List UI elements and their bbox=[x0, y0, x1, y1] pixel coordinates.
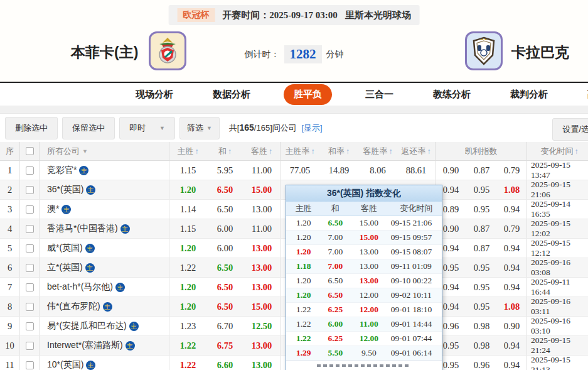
nav-tab[interactable]: 胜平负 bbox=[284, 84, 332, 105]
away-odds[interactable]: 15.00 bbox=[243, 180, 281, 199]
company-name[interactable]: 36*(英国) bbox=[47, 184, 83, 195]
draw-odds[interactable]: 6.75 bbox=[206, 336, 243, 355]
company-name[interactable]: 香港马*(中国香港) bbox=[47, 223, 118, 234]
away-odds[interactable]: 13.00 bbox=[243, 356, 281, 370]
company-name[interactable]: 伟*(直布罗陀) bbox=[47, 301, 100, 312]
popup-change-time: 09-01 14:44 bbox=[388, 319, 442, 329]
header-away-odds[interactable]: 客胜↑ bbox=[243, 142, 281, 160]
home-odds[interactable]: 1.20 bbox=[169, 180, 206, 199]
row-checkbox[interactable] bbox=[26, 186, 34, 194]
draw-odds[interactable]: 6.00 bbox=[206, 219, 243, 238]
nav-tab[interactable]: 裁判分析 bbox=[504, 85, 554, 104]
home-odds[interactable]: 1.14 bbox=[169, 200, 206, 219]
popup-home-odds: 1.22 bbox=[286, 305, 321, 315]
home-odds[interactable]: 1.15 bbox=[169, 219, 206, 238]
row-checkbox[interactable] bbox=[26, 322, 34, 330]
header-home-odds[interactable]: 主胜↑ bbox=[169, 142, 206, 160]
sort-asc-icon: ↑ bbox=[346, 147, 350, 156]
kelly-draw: 0.98 bbox=[466, 317, 497, 335]
row-checkbox[interactable] bbox=[26, 205, 34, 214]
company-name[interactable]: 澳* bbox=[47, 204, 59, 215]
popup-clipped-footer bbox=[286, 361, 442, 370]
company-name[interactable]: 立*(英国) bbox=[47, 262, 83, 273]
home-odds[interactable]: 1.20 bbox=[169, 239, 206, 258]
header-seq[interactable]: 序 bbox=[0, 142, 20, 160]
away-odds[interactable]: 12.50 bbox=[243, 317, 281, 335]
draw-odds[interactable]: 6.60 bbox=[206, 356, 243, 370]
company-name[interactable]: 威*(英国) bbox=[47, 242, 83, 254]
away-odds[interactable]: 13.00 bbox=[243, 336, 281, 355]
benfica-crest-icon bbox=[154, 36, 181, 65]
row-checkbox[interactable] bbox=[26, 303, 34, 311]
draw-odds[interactable]: 6.50 bbox=[206, 297, 243, 316]
row-checkbox[interactable] bbox=[26, 283, 34, 291]
popup-header-time: 变化时间 bbox=[388, 203, 442, 214]
home-odds[interactable]: 1.22 bbox=[169, 336, 206, 355]
away-odds[interactable]: 13.00 bbox=[243, 278, 281, 297]
select-all-checkbox[interactable] bbox=[26, 147, 34, 155]
table-row: 1 竞彩官* 主 1.15 5.95 11.00 77.05 14.89 8.0… bbox=[0, 161, 588, 180]
company-name[interactable]: Interwet*(塞浦路斯) bbox=[47, 340, 123, 351]
popup-row: 1.20 7.00 13.00 09-15 08:07 bbox=[286, 245, 442, 259]
row-checkbox-cell bbox=[20, 180, 40, 199]
draw-odds[interactable]: 6.00 bbox=[206, 239, 243, 258]
filter-dropdown[interactable]: 筛选 ▼ bbox=[179, 117, 220, 139]
row-checkbox[interactable] bbox=[26, 264, 34, 272]
draw-odds[interactable]: 6.50 bbox=[206, 200, 243, 219]
row-checkbox[interactable] bbox=[26, 342, 34, 350]
main-odds-badge-icon: 主 bbox=[85, 263, 95, 273]
time-filter-dropdown[interactable]: 即时 ▼ bbox=[119, 117, 175, 139]
away-odds[interactable]: 15.00 bbox=[243, 297, 281, 316]
popup-row: 1.20 6.50 12.00 09-02 10:11 bbox=[286, 288, 442, 303]
row-checkbox[interactable] bbox=[26, 361, 34, 369]
header-draw-rate[interactable]: 和率↑ bbox=[319, 142, 358, 160]
draw-odds[interactable]: 6.70 bbox=[206, 317, 243, 335]
home-odds[interactable]: 1.22 bbox=[169, 356, 206, 370]
home-odds[interactable]: 1.22 bbox=[169, 258, 206, 277]
draw-odds[interactable]: 5.95 bbox=[206, 161, 243, 180]
away-odds[interactable]: 11.00 bbox=[243, 161, 281, 180]
away-odds[interactable]: 13.00 bbox=[243, 200, 281, 219]
sort-asc-icon: ↑ bbox=[575, 147, 579, 156]
header-draw-odds[interactable]: 和↑ bbox=[206, 142, 243, 160]
draw-odds[interactable]: 6.50 bbox=[206, 180, 243, 199]
header-away-rate[interactable]: 客胜率↑ bbox=[358, 142, 397, 160]
keep-selected-button[interactable]: 保留选中 bbox=[62, 117, 115, 139]
popup-draw-odds: 6.50 bbox=[321, 290, 350, 300]
header-company[interactable]: 所有公司 ▼ bbox=[40, 142, 169, 160]
kelly-draw: 0.87 bbox=[466, 239, 497, 258]
main-odds-badge-icon: 主 bbox=[61, 205, 71, 214]
nav-tab[interactable]: 现场分析 bbox=[129, 85, 179, 104]
nav-tab[interactable]: 教练分析 bbox=[427, 85, 477, 104]
home-odds[interactable]: 1.23 bbox=[169, 317, 206, 335]
show-link[interactable]: [显示] bbox=[301, 123, 322, 133]
company-name[interactable]: 易*(安提瓜和巴布达) bbox=[47, 320, 127, 332]
company-name[interactable]: 10*(英国) bbox=[47, 359, 83, 370]
header-change-time[interactable]: 变化时间↑ bbox=[527, 142, 588, 160]
draw-odds[interactable]: 6.50 bbox=[206, 278, 243, 297]
row-checkbox[interactable] bbox=[26, 166, 34, 175]
header-return-rate[interactable]: 返还率↑ bbox=[397, 142, 436, 160]
draw-odds[interactable]: 6.50 bbox=[206, 258, 243, 277]
chevron-down-icon: ▼ bbox=[159, 125, 165, 131]
popup-home-odds: 1.20 bbox=[286, 218, 321, 228]
home-odds[interactable]: 1.20 bbox=[169, 297, 206, 316]
nav-tab[interactable]: 数据分析 bbox=[206, 85, 257, 104]
nav-tab[interactable]: 高手推荐 bbox=[581, 85, 588, 104]
popup-home-odds: 1.22 bbox=[286, 319, 321, 329]
company-name[interactable]: 竞彩官* bbox=[47, 165, 77, 176]
company-name[interactable]: bet-at-h*(马尔他) bbox=[47, 281, 113, 293]
settings-button[interactable]: 设置/选 bbox=[552, 118, 588, 141]
header-home-rate[interactable]: 主胜率↑ bbox=[281, 142, 319, 160]
away-odds[interactable]: 13.00 bbox=[243, 258, 281, 277]
home-odds[interactable]: 1.20 bbox=[169, 278, 206, 297]
row-checkbox[interactable] bbox=[26, 225, 34, 233]
popup-draw-odds: 7.00 bbox=[321, 261, 350, 271]
delete-selected-button[interactable]: 删除选中 bbox=[5, 117, 58, 139]
kelly-away: 0.94 bbox=[497, 356, 527, 370]
home-odds[interactable]: 1.15 bbox=[169, 161, 206, 180]
row-checkbox[interactable] bbox=[26, 244, 34, 253]
away-odds[interactable]: 13.00 bbox=[243, 239, 281, 258]
nav-tab[interactable]: 三合一 bbox=[359, 85, 400, 104]
away-odds[interactable]: 11.00 bbox=[243, 219, 281, 238]
